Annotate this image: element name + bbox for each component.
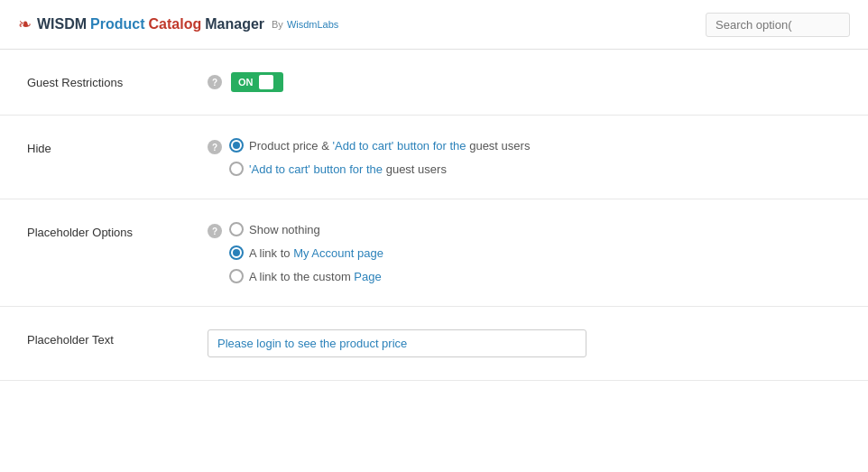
content: Guest Restrictions ? ON Hide ? — [0, 50, 868, 381]
placeholder-option-2-highlight: My Account page — [293, 246, 383, 260]
placeholder-options-label: Placeholder Options — [27, 222, 208, 239]
page-wrapper: ❧ WISDM Product Catalog Manager By Wisdm… — [0, 0, 868, 472]
logo: ❧ WISDM Product Catalog Manager By Wisdm… — [18, 14, 338, 34]
search-input[interactable] — [706, 13, 850, 37]
logo-icon: ❧ — [18, 14, 32, 34]
placeholder-options-section: Placeholder Options ? Show nothing A lin… — [0, 199, 868, 307]
placeholder-option-3-label: A link to the custom Page — [249, 270, 382, 283]
hide-options-group: Product price & 'Add to cart' button for… — [229, 138, 530, 176]
placeholder-option-1-label: Show nothing — [249, 223, 320, 236]
hide-section: Hide ? Product price & 'Add to cart' but… — [0, 116, 868, 199]
placeholder-text-input[interactable] — [208, 329, 586, 357]
guest-restrictions-section: Guest Restrictions ? ON — [0, 50, 868, 116]
guest-restrictions-help-icon[interactable]: ? — [208, 75, 222, 89]
hide-option-2-label: 'Add to cart' button for the guest users — [249, 162, 447, 176]
logo-manager: Manager — [205, 16, 264, 32]
toggle-wrapper: ON — [231, 72, 283, 92]
placeholder-options-help-icon[interactable]: ? — [208, 224, 222, 238]
hide-help-icon[interactable]: ? — [208, 140, 222, 154]
hide-option-2-highlight: 'Add to cart' button for the — [249, 162, 383, 176]
hide-option-1[interactable]: Product price & 'Add to cart' button for… — [229, 138, 530, 153]
guest-restrictions-content: ? ON — [208, 72, 283, 92]
hide-radio-1[interactable] — [229, 138, 244, 153]
header: ❧ WISDM Product Catalog Manager By Wisdm… — [0, 0, 868, 50]
toggle-label: ON — [238, 77, 254, 88]
hide-option-2[interactable]: 'Add to cart' button for the guest users — [229, 162, 530, 176]
placeholder-radio-2[interactable] — [229, 245, 244, 260]
placeholder-text-label: Placeholder Text — [27, 329, 208, 347]
placeholder-text-content — [208, 329, 586, 357]
logo-by: By — [272, 19, 283, 30]
placeholder-radio-1[interactable] — [229, 222, 244, 236]
placeholder-option-3[interactable]: A link to the custom Page — [229, 269, 383, 283]
logo-catalog: Catalog — [149, 16, 202, 32]
hide-option-1-highlight: 'Add to cart' button for the — [333, 139, 466, 153]
toggle-switch — [259, 75, 273, 89]
placeholder-text-section: Placeholder Text — [0, 307, 868, 381]
hide-radio-2[interactable] — [229, 162, 244, 176]
placeholder-radio-3[interactable] — [229, 269, 244, 283]
hide-option-1-label: Product price & 'Add to cart' button for… — [249, 139, 530, 153]
placeholder-options-group: Show nothing A link to My Account page A — [229, 222, 383, 283]
placeholder-option-1[interactable]: Show nothing — [229, 222, 383, 236]
logo-product: Product — [90, 16, 144, 32]
logo-wisdmlabs-link[interactable]: WisdmLabs — [287, 19, 338, 30]
placeholder-option-2-label: A link to My Account page — [249, 246, 383, 260]
placeholder-option-3-highlight: Page — [354, 270, 381, 283]
logo-wisdm: WISDM — [37, 16, 87, 32]
hide-label: Hide — [27, 138, 208, 155]
placeholder-option-2[interactable]: A link to My Account page — [229, 245, 383, 260]
guest-restrictions-label: Guest Restrictions — [27, 72, 208, 89]
placeholder-options-content: ? Show nothing A link to My Account page — [208, 222, 383, 283]
hide-content: ? Product price & 'Add to cart' button f… — [208, 138, 530, 176]
guest-restrictions-toggle[interactable]: ON — [231, 72, 283, 92]
